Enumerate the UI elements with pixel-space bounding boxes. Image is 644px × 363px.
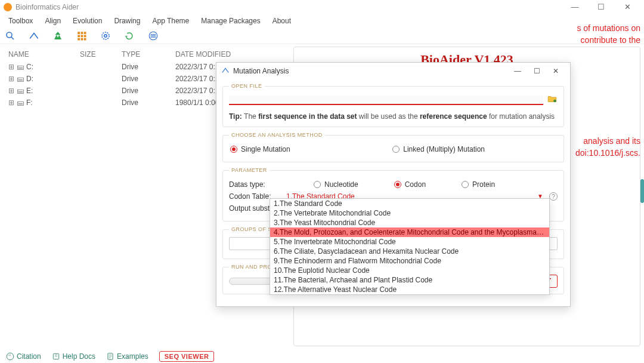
codon-option[interactable]: 1.The Standard Code bbox=[270, 199, 549, 208]
svg-text:"": "" bbox=[8, 354, 11, 358]
svg-line-1 bbox=[11, 36, 14, 39]
datas-type-label: Datas type: bbox=[229, 180, 284, 189]
codon-table-dropdown[interactable]: 1.The Standard Code2.The Vertebrate Mito… bbox=[270, 198, 550, 295]
codon-option[interactable]: 4.The Mold, Protozoan, and Coelenterate … bbox=[270, 227, 549, 237]
open-file-input[interactable] bbox=[229, 96, 543, 105]
codon-option[interactable]: 10.The Euplotid Nuclear Code bbox=[270, 266, 549, 275]
citation-link[interactable]: "" Citation bbox=[6, 352, 41, 361]
radio-codon[interactable]: Codon bbox=[394, 180, 426, 189]
svg-rect-8 bbox=[78, 38, 80, 40]
svg-point-27 bbox=[553, 100, 556, 103]
tool-grid-icon[interactable] bbox=[76, 30, 87, 41]
codon-option[interactable]: 11.The Bacterial, Archaeal and Plant Pla… bbox=[270, 275, 549, 285]
dialog-title: Mutation Analysis bbox=[233, 67, 289, 75]
file-table-header: NAME SIZE TYPE DATE MODIFIED bbox=[4, 48, 289, 61]
radio-single-mutation[interactable]: Single Mutation bbox=[230, 145, 290, 153]
codon-option[interactable]: 3.The Yeast Mitochondrial Code bbox=[270, 218, 549, 227]
codon-option[interactable]: 2.The Vertebrate Mitochondrial Code bbox=[270, 208, 549, 218]
tool-search-icon[interactable] bbox=[5, 30, 16, 41]
radio-linked-mutation[interactable]: Linked (Multiply) Mutation bbox=[392, 145, 485, 153]
menu-app-theme[interactable]: App Theme bbox=[146, 16, 195, 26]
menu-toolbox[interactable]: Toolbox bbox=[2, 16, 39, 26]
tool-gear-icon[interactable] bbox=[100, 30, 111, 41]
tool-lines-icon[interactable] bbox=[148, 30, 159, 41]
dialog-close-button[interactable]: ✕ bbox=[546, 67, 565, 75]
titlebar: Bioinformatics Aider — ☐ ✕ bbox=[0, 0, 644, 14]
examples-link[interactable]: Examples bbox=[106, 352, 148, 361]
dialog-titlebar[interactable]: Mutation Analysis — ☐ ✕ bbox=[216, 63, 570, 79]
svg-rect-5 bbox=[78, 35, 80, 37]
window-close-button[interactable]: ✕ bbox=[614, 0, 640, 14]
bottom-bar: "" Citation Help Docs Examples SEQ VIEWE… bbox=[0, 349, 644, 363]
doc-icon bbox=[106, 352, 114, 361]
folder-open-icon[interactable] bbox=[547, 94, 558, 106]
window-maximize-button[interactable]: ☐ bbox=[588, 0, 614, 14]
tip-text: Tip: The first sequence in the data set … bbox=[229, 112, 558, 121]
svg-rect-4 bbox=[84, 32, 86, 34]
menu-drawing[interactable]: Drawing bbox=[108, 16, 146, 26]
scrollbar-thumb[interactable] bbox=[640, 179, 644, 203]
open-file-group: OPEN FILE Tip: The first sequence in the… bbox=[222, 83, 564, 127]
menu-about[interactable]: About bbox=[267, 16, 297, 26]
help-docs-link[interactable]: Help Docs bbox=[52, 352, 95, 361]
svg-marker-13 bbox=[125, 36, 128, 37]
codon-option[interactable]: 6.The Ciliate, Dasycladacean and Hexamit… bbox=[270, 247, 549, 256]
app-icon bbox=[4, 3, 12, 11]
book-icon bbox=[52, 352, 60, 361]
tool-align-icon[interactable] bbox=[29, 30, 39, 41]
window-minimize-button[interactable]: — bbox=[562, 0, 588, 14]
tool-tree-icon[interactable] bbox=[52, 30, 63, 41]
codon-option[interactable]: 5.The Invertebrate Mitochondrial Code bbox=[270, 237, 549, 247]
svg-rect-7 bbox=[84, 35, 86, 37]
dialog-minimize-button[interactable]: — bbox=[508, 67, 527, 75]
codon-option[interactable]: 9.The Echinoderm and Flatworm Mitochondr… bbox=[270, 256, 549, 266]
svg-rect-6 bbox=[81, 35, 83, 37]
svg-rect-9 bbox=[81, 38, 83, 40]
seq-viewer-button[interactable]: SEQ VIEWER bbox=[159, 351, 215, 362]
svg-rect-3 bbox=[81, 32, 83, 34]
dialog-icon bbox=[221, 66, 230, 76]
app-title: Bioinformatics Aider bbox=[16, 3, 79, 11]
svg-point-11 bbox=[102, 32, 109, 39]
menu-manage-packages[interactable]: Manage Packages bbox=[195, 16, 266, 26]
radio-protein[interactable]: Protein bbox=[462, 180, 495, 189]
menu-evolution[interactable]: Evolution bbox=[67, 16, 108, 26]
radio-nucleotide[interactable]: Nucleotide bbox=[314, 180, 358, 189]
dialog-maximize-button[interactable]: ☐ bbox=[527, 67, 546, 75]
quote-icon: "" bbox=[6, 352, 14, 361]
analysis-method-group: CHOOSE AN ANALYSIS METHOD Single Mutatio… bbox=[222, 132, 564, 162]
tool-recycle-icon[interactable] bbox=[124, 30, 135, 41]
menu-align[interactable]: Align bbox=[39, 16, 67, 26]
svg-rect-2 bbox=[78, 32, 80, 34]
codon-option[interactable]: 12.The Alternative Yeast Nuclear Code bbox=[270, 285, 549, 294]
svg-point-12 bbox=[104, 34, 107, 37]
help-icon[interactable]: ? bbox=[549, 192, 558, 201]
svg-rect-10 bbox=[84, 38, 86, 40]
